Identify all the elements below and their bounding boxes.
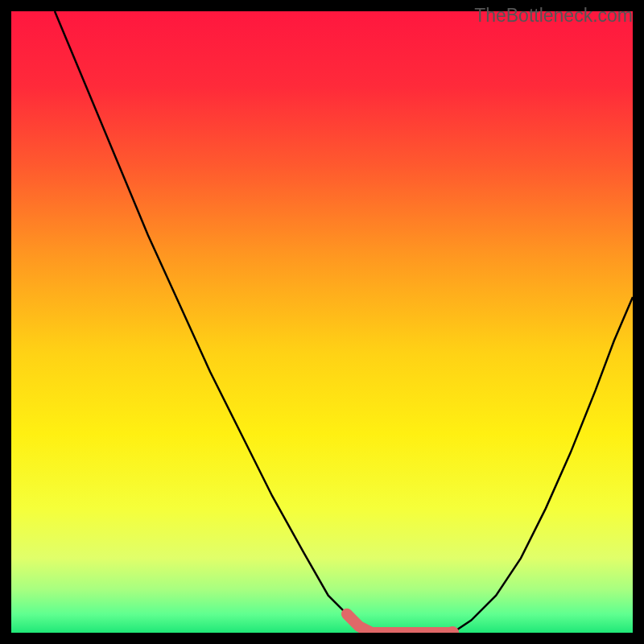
left-curve: [55, 11, 372, 633]
chart-container: TheBottleneck.com: [0, 0, 644, 644]
watermark-text: TheBottleneck.com: [474, 5, 633, 27]
valley-highlight: [347, 614, 452, 633]
chart-curves: [11, 11, 633, 633]
right-curve: [452, 297, 633, 633]
plot-area: [11, 11, 633, 633]
